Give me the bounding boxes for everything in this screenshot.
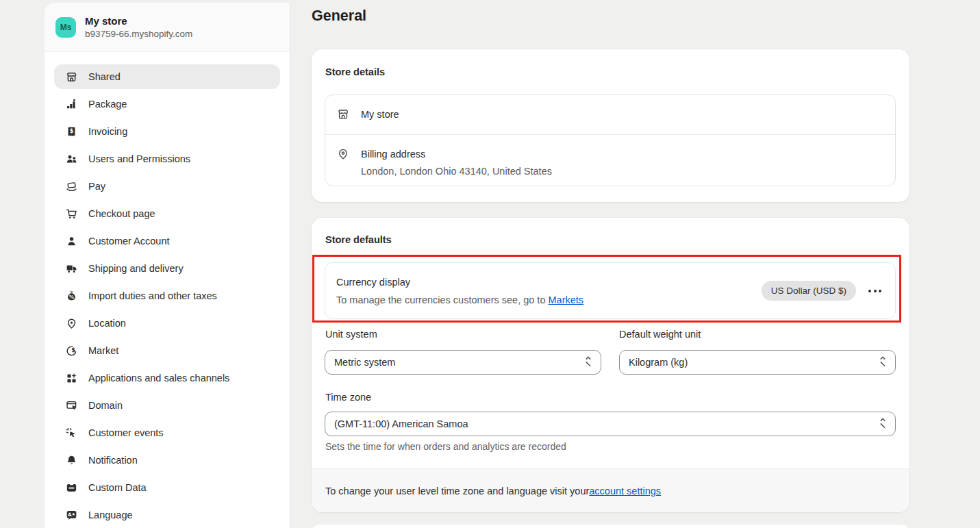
settings-sidebar: Ms My store b93759-66.myshopify.com Shar… [45,3,290,528]
store-defaults-card: Store defaults Currency display To manag… [312,218,909,512]
store-details-row-my-store: My store [325,95,895,134]
storefront-icon [65,71,78,84]
markets-link[interactable]: Markets [549,294,584,305]
weight-unit-label: Default weight unit [619,329,701,340]
cursor-events-icon [65,427,78,440]
unit-system-value: Metric system [334,357,395,368]
store-defaults-heading: Store defaults [325,234,392,245]
package-steps-icon [65,98,78,111]
taxes-icon: % [65,290,78,303]
next-card-top-edge [312,525,909,528]
sidebar-item-language[interactable]: ALanguage [54,503,280,527]
sidebar-item-label: Customer Account [88,236,169,247]
sidebar-item-market[interactable]: $Market [54,338,280,363]
chevron-updown-icon [878,356,888,369]
store-name: My store [85,15,192,27]
chevron-updown-icon [583,356,593,369]
detail-title: Billing address [361,146,552,163]
store-domain: b93759-66.myshopify.com [85,29,192,39]
cart-icon [65,208,78,221]
store-defaults-footer: To change your user level time zone and … [312,468,909,512]
sidebar-item-custom-data[interactable]: Custom Data [54,475,280,500]
sidebar-item-label: Users and Permissions [88,153,190,164]
sidebar-item-label: Import duties and other taxes [88,290,217,301]
users-icon [65,153,78,166]
sidebar-item-shared[interactable]: Shared [54,64,280,89]
sidebar-item-label: Checkout page [88,208,155,219]
detail-title: My store [361,106,399,123]
account-settings-link[interactable]: account settings [589,486,661,496]
svg-text:$: $ [70,128,74,134]
currency-display-setting: Currency display To manage the currencie… [325,262,896,319]
sidebar-item-checkout-page[interactable]: Checkout page [54,201,280,226]
sidebar-item-shipping-and-delivery[interactable]: Shipping and delivery [54,256,280,281]
sidebar-item-package[interactable]: Package [54,92,280,116]
settings-nav: SharedPackage$InvoicingUsers and Permiss… [45,52,290,528]
unit-system-select[interactable]: Metric system [325,350,601,375]
language-icon: A [65,509,78,522]
store-avatar: Ms [55,17,76,38]
unit-system-label: Unit system [325,329,377,340]
apps-grid-icon [65,372,78,385]
detail-subtitle: London, London Ohio 43140, United States [361,163,552,180]
svg-text:%: % [69,293,74,299]
truck-icon [65,262,78,275]
sidebar-item-label: Domain [88,400,123,411]
location-pin-icon [65,317,78,330]
sidebar-item-label: Shipping and delivery [88,263,184,274]
page-title: General [312,8,366,25]
store-header: Ms My store b93759-66.myshopify.com [45,3,290,52]
sidebar-item-invoicing[interactable]: $Invoicing [54,119,280,144]
sidebar-item-label: Applications and sales channels [88,373,229,384]
custom-data-icon [65,481,78,494]
time-zone-label: Time zone [325,392,371,403]
sidebar-item-label: Location [88,318,126,329]
sidebar-item-applications-and-sales-channels[interactable]: Applications and sales channels [54,366,280,390]
time-zone-select[interactable]: (GMT-11:00) American Samoa [325,412,896,436]
svg-text:$: $ [71,346,75,353]
time-zone-value: (GMT-11:00) American Samoa [334,418,468,429]
currency-value-badge: US Dollar (USD $) [762,281,856,301]
invoice-icon: $ [65,125,78,138]
domain-window-icon [65,399,78,412]
sidebar-item-customer-events[interactable]: Customer events [54,420,280,445]
footer-text: To change your user level time zone and … [325,486,589,496]
storefront-outline-icon [336,108,350,121]
sidebar-item-label: Package [88,99,127,110]
sidebar-item-import-duties-and-other-taxes[interactable]: %Import duties and other taxes [54,284,280,308]
weight-unit-select[interactable]: Kilogram (kg) [619,350,896,375]
store-details-heading: Store details [325,66,385,77]
sidebar-item-label: Language [88,510,133,520]
currency-description-text: To manage the currencies customers see, … [336,294,549,305]
sidebar-item-users-and-permissions[interactable]: Users and Permissions [54,147,280,171]
sidebar-item-pay[interactable]: Pay [54,174,280,199]
sidebar-item-label: Notification [88,455,138,466]
sidebar-item-label: Custom Data [88,482,147,493]
store-details-row-billing-address: Billing addressLondon, London Ohio 43140… [325,134,895,191]
pay-icon [65,180,78,193]
time-zone-help-text: Sets the time for when orders and analyt… [325,441,566,452]
currency-display-label: Currency display [336,273,583,291]
bell-icon [65,454,78,467]
store-details-card: Store details My storeBilling addressLon… [312,49,909,202]
sidebar-item-domain[interactable]: Domain [54,393,280,418]
sidebar-item-customer-account[interactable]: Customer Account [54,229,280,253]
chevron-updown-icon [878,418,888,431]
sidebar-item-notification[interactable]: Notification [54,448,280,473]
currency-options-button[interactable] [866,284,884,298]
sidebar-item-location[interactable]: Location [54,311,280,336]
market-globe-icon: $ [65,344,78,357]
sidebar-item-label: Customer events [88,427,164,438]
sidebar-item-label: Pay [88,181,105,192]
person-icon [65,235,78,248]
currency-display-description: To manage the currencies customers see, … [336,291,583,309]
sidebar-item-label: Shared [88,71,121,82]
store-details-box: My storeBilling addressLondon, London Oh… [325,95,896,186]
location-pin-outline-icon [336,147,350,161]
svg-text:A: A [68,512,72,518]
weight-unit-value: Kilogram (kg) [629,357,688,368]
sidebar-item-label: Invoicing [88,126,127,137]
sidebar-item-label: Market [88,345,118,356]
